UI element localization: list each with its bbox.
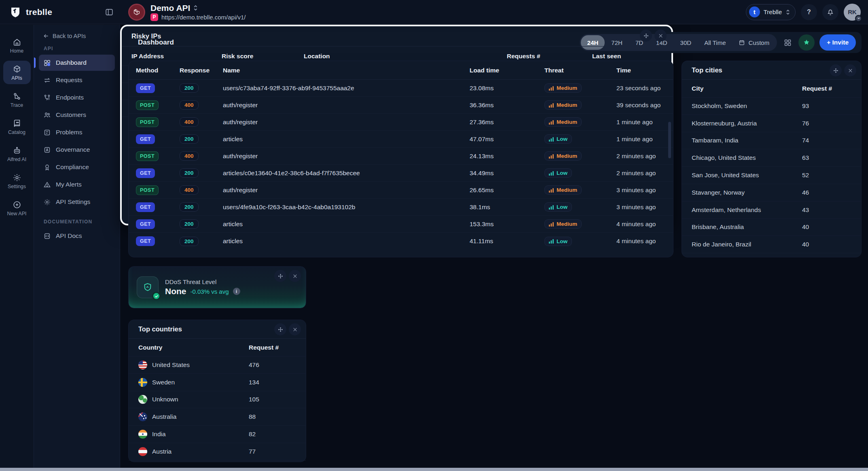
city-row[interactable]: Brisbane, Australia 40: [682, 219, 861, 236]
request-row[interactable]: GET 200 users/4fe9a10c-f263-3caa-b42c-4a…: [129, 199, 673, 216]
method-badge: GET: [136, 134, 155, 144]
load-time: 153.3ms: [470, 221, 544, 228]
sidebar-item-my-alerts[interactable]: My Alerts: [39, 176, 115, 193]
ddos-delta: -0.03% vs avg: [191, 288, 229, 295]
country-flag-icon: [138, 412, 147, 421]
country-row[interactable]: Unknown 105: [129, 391, 306, 409]
method-badge: POST: [136, 117, 159, 127]
load-time: 38.1ms: [470, 204, 544, 211]
rail-item-apis[interactable]: APIs: [3, 61, 31, 84]
close-widget-button[interactable]: [844, 64, 856, 76]
sidebar-item-problems[interactable]: Problems: [39, 124, 115, 140]
country-name: Austria: [152, 448, 171, 455]
request-row[interactable]: POST 400 auth/register 27.36ms Medium 1 …: [129, 114, 673, 131]
api-docs-icon: [43, 232, 51, 240]
sidebar-collapse-icon[interactable]: [105, 8, 114, 17]
section-label-api: API: [44, 46, 115, 51]
widgets-grid-button[interactable]: [782, 37, 794, 49]
sidebar-item-customers[interactable]: Customers: [39, 107, 115, 123]
response-badge: 200: [180, 168, 199, 178]
city-row[interactable]: Tambaram, India 74: [682, 132, 861, 150]
notifications-button[interactable]: [822, 4, 838, 20]
top-countries-panel: Top countries Country Request # United S…: [128, 320, 306, 462]
load-time: 26.65ms: [470, 187, 544, 194]
sidebar-item-endpoints[interactable]: Endpoints: [39, 89, 115, 106]
sort-chevrons-icon[interactable]: [193, 5, 198, 11]
city-row[interactable]: San Jose, United States 52: [682, 167, 861, 184]
request-row[interactable]: GET 200 users/c73aba74-92ff-3376-ab9f-94…: [129, 80, 673, 97]
country-row[interactable]: United States 476: [129, 356, 306, 374]
sidebar-item-governance[interactable]: Governance: [39, 142, 115, 158]
threat-bars-icon: [549, 171, 554, 176]
requests-table-body: GET 200 users/c73aba74-92ff-3376-ab9f-94…: [129, 80, 673, 250]
city-row[interactable]: Chicago, United States 63: [682, 149, 861, 167]
requests-panel: Method Response Name Load time Threat Ti…: [128, 61, 673, 257]
city-row[interactable]: Stockholm, Sweden 93: [682, 98, 861, 115]
api-identity[interactable]: Demo API P https://demo.treblle.com/api/…: [120, 3, 246, 21]
user-avatar[interactable]: RK: [844, 4, 861, 21]
load-time: 34.49ms: [470, 170, 544, 177]
country-name: United States: [152, 361, 190, 369]
request-row[interactable]: GET 200 articles 41.11ms Low 4 minutes a…: [129, 233, 673, 250]
city-row[interactable]: Klosterneuburg, Austria 76: [682, 115, 861, 132]
sidebar-item-compliance[interactable]: Compliance: [39, 159, 115, 175]
icon-rail: Home APIs Trace Catalog Alfred AI Settin…: [0, 25, 34, 468]
filter-custom[interactable]: Custom: [732, 35, 776, 50]
move-icon: [277, 327, 284, 333]
request-row[interactable]: POST 400 auth/register 26.65ms Medium 3 …: [129, 182, 673, 199]
move-widget-button[interactable]: [640, 30, 652, 42]
rail-item-settings[interactable]: Settings: [3, 169, 31, 193]
table-scrollbar[interactable]: [668, 122, 671, 158]
city-row[interactable]: Rio de Janeiro, Brazil 40: [682, 236, 861, 253]
request-row[interactable]: GET 200 articles 47.07ms Low 1 minute ag…: [129, 131, 673, 148]
apis-icon: [13, 65, 21, 74]
request-row[interactable]: POST 400 auth/register 24.13ms Medium 2 …: [129, 148, 673, 165]
rail-item-new-api[interactable]: New API: [3, 196, 31, 220]
help-button[interactable]: ?: [801, 4, 817, 20]
country-row[interactable]: Austria 77: [129, 443, 306, 460]
request-row[interactable]: GET 200 articles/c0e13640-41e2-38c6-b4ad…: [129, 165, 673, 182]
move-widget-button[interactable]: [274, 270, 286, 282]
request-row[interactable]: POST 400 auth/register 36.36ms Medium 39…: [129, 97, 673, 114]
close-widget-button[interactable]: [654, 30, 667, 42]
city-row[interactable]: Amsterdam, Netherlands 43: [682, 202, 861, 219]
back-to-apis-link[interactable]: Back to APIs: [43, 33, 115, 39]
request-row[interactable]: GET 200 articles 153.3ms Medium 4 minute…: [129, 216, 673, 233]
rail-item-catalog[interactable]: Catalog: [3, 115, 31, 138]
load-time: 41.11ms: [470, 238, 544, 245]
filter-all-time[interactable]: All Time: [698, 35, 732, 50]
sidebar-item-api-docs[interactable]: API Docs: [39, 228, 115, 244]
close-widget-button[interactable]: [289, 323, 301, 335]
rail-item-trace[interactable]: Trace: [3, 88, 31, 111]
sidebar-item-dashboard[interactable]: Dashboard: [39, 55, 115, 71]
filter-30d[interactable]: 30D: [674, 35, 698, 50]
city-row[interactable]: Stavanger, Norway 46: [682, 184, 861, 202]
country-row[interactable]: India 82: [129, 426, 306, 443]
load-time: 24.13ms: [470, 153, 544, 160]
rail-item-home[interactable]: Home: [3, 34, 31, 57]
risky-ips-header: Risky IPs: [122, 26, 671, 47]
country-flag-icon: [138, 430, 147, 439]
avatar-initials: RK: [848, 8, 857, 15]
country-row[interactable]: Sweden 134: [129, 374, 306, 391]
api-texts: Demo API P https://demo.treblle.com/api/…: [150, 3, 246, 21]
rail-item-alfred-ai[interactable]: Alfred AI: [3, 142, 31, 165]
favorite-button[interactable]: [798, 34, 815, 51]
info-icon[interactable]: i: [233, 288, 240, 295]
move-widget-button[interactable]: [830, 64, 842, 76]
country-requests: 77: [249, 448, 296, 455]
request-name: articles/c0e13640-41e2-38c6-b4ad-f7f7635…: [223, 170, 470, 177]
sidebar-item-requests[interactable]: Requests: [39, 72, 115, 88]
threat-badge: Low: [544, 134, 572, 144]
invite-button[interactable]: + Invite: [819, 34, 856, 51]
close-widget-button[interactable]: [289, 270, 301, 282]
section-label-documentation: DOCUMENTATION: [44, 219, 115, 225]
sidebar-item-api-settings[interactable]: API Settings: [39, 194, 115, 210]
method-badge: GET: [136, 202, 155, 212]
country-row[interactable]: Australia 88: [129, 408, 306, 426]
response-badge: 200: [180, 83, 199, 93]
move-widget-button[interactable]: [274, 323, 286, 335]
city-name: Rio de Janeiro, Brazil: [692, 241, 802, 248]
workspace-switcher[interactable]: t Treblle: [746, 4, 796, 20]
bottom-scrollbar[interactable]: [0, 468, 868, 471]
